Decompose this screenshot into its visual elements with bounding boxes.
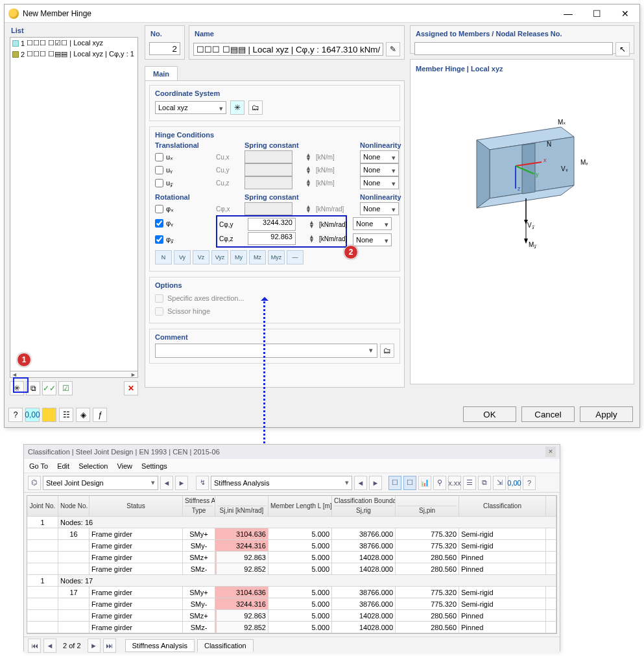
phix-nonlin-select[interactable]: None [360, 202, 399, 215]
checklist-button[interactable]: ☑ [58, 381, 73, 395]
table-group-row[interactable]: 1 Nodes: 17 [27, 575, 556, 587]
tree-button[interactable]: ☷ [59, 408, 73, 422]
no-box: No. [145, 25, 185, 60]
menu-settings[interactable]: Settings [141, 462, 167, 470]
toggle-b-button[interactable]: ☐ [403, 476, 416, 490]
tool-units-button[interactable]: 0,00 [508, 476, 521, 490]
menu-goto[interactable]: Go To [29, 462, 48, 470]
list-item[interactable]: 1 ☐☐☐ ☐☑☐ | Local xyz [10, 38, 137, 49]
uy-nonlin-select[interactable]: None [360, 163, 399, 176]
uz-nonlin-select[interactable]: None [360, 176, 399, 189]
tool-export-button[interactable]: ⇲ [493, 476, 506, 490]
menu-selection[interactable]: Selection [78, 462, 108, 470]
close-button[interactable]: ✕ [611, 5, 639, 22]
table-row[interactable]: 16 Frame girder SMy+ 3104.636 5.000 3876… [27, 528, 556, 540]
cancel-button[interactable]: Cancel [521, 406, 575, 422]
results-close-button[interactable]: × [545, 447, 556, 457]
preset-vy-button[interactable]: Vy [174, 250, 191, 264]
preset-mz-button[interactable]: Mz [249, 250, 266, 264]
preset-vz-button[interactable]: Vz [193, 250, 209, 264]
color-button[interactable] [42, 408, 56, 422]
coord-library-button[interactable]: 🗂 [248, 100, 263, 115]
preset-clear-button[interactable]: — [287, 250, 304, 264]
tool-chart-button[interactable]: 📊 [418, 476, 431, 490]
edit-name-button[interactable]: ✎ [386, 42, 400, 56]
phiz-check[interactable]: φ𝓏 [155, 235, 213, 244]
analysis-select[interactable]: Stiffness Analysis [211, 476, 352, 490]
units-button[interactable]: 0,00 [25, 408, 40, 422]
help-button[interactable]: ? [8, 408, 23, 422]
opt-scissor-check[interactable]: Scissor hinge [155, 305, 394, 318]
svg-text:z: z [518, 185, 521, 192]
beam-diagram: x y z Mₓ Mᵧ M𝓏 V𝓏 Vᵧ N [451, 101, 593, 250]
design-select[interactable]: Steel Joint Design [43, 476, 158, 490]
table-header: Joint No. Node No. Status Stiffness Anal… [27, 496, 556, 517]
tab-main[interactable]: Main [145, 66, 178, 80]
nav-prev-analysis[interactable]: ◄ [354, 476, 367, 490]
script-button[interactable]: ƒ [93, 408, 107, 422]
uy-check[interactable]: uᵧ [155, 166, 213, 174]
menu-edit[interactable]: Edit [57, 462, 69, 470]
check-button[interactable]: ✓✓ [42, 381, 56, 395]
name-field[interactable] [193, 43, 383, 56]
nav-prev-design[interactable]: ◄ [160, 476, 173, 490]
ux-nonlin-select[interactable]: None [360, 150, 399, 163]
maximize-button[interactable]: ☐ [582, 5, 611, 22]
hinge-list[interactable]: 1 ☐☐☐ ☐☑☐ | Local xyz 2 ☐☐☐ ☐▤▤ | Local … [10, 37, 138, 371]
opt-axes-check[interactable]: Specific axes direction... [155, 292, 394, 305]
comment-library-button[interactable]: 🗂 [380, 344, 394, 358]
table-row[interactable]: Frame girder SMy- 3244.316 5.000 38766.0… [27, 598, 556, 610]
menu-view[interactable]: View [117, 462, 132, 470]
preset-my-button[interactable]: My [230, 250, 247, 264]
list-scrollbar[interactable]: ◄► [10, 371, 138, 378]
new-item-button[interactable]: ✳ [10, 381, 24, 395]
results-table[interactable]: Joint No. Node No. Status Stiffness Anal… [27, 495, 557, 634]
no-field[interactable] [149, 42, 180, 55]
phiy-value[interactable]: 3244.320 [248, 218, 296, 231]
table-group-row[interactable]: 1 Nodes: 16 [27, 517, 556, 528]
tool-help-button[interactable]: ? [523, 476, 536, 490]
tool-copy-button[interactable]: ⧉ [478, 476, 491, 490]
copy-item-button[interactable]: ⧉ [26, 381, 40, 395]
ux-check[interactable]: uₓ [155, 153, 213, 161]
nav-next-analysis[interactable]: ► [369, 476, 382, 490]
table-row[interactable]: 17 Frame girder SMy+ 3104.636 5.000 3876… [27, 587, 556, 598]
tab-stiffness-analysis[interactable]: Stiffness Analysis [125, 639, 195, 652]
table-row[interactable]: Frame girder SMz- 92.852 5.000 14028.000… [27, 563, 556, 575]
tool-formula-button[interactable]: x.xx [448, 476, 461, 490]
table-row[interactable]: Frame girder SMz+ 92.863 5.000 14028.000… [27, 552, 556, 563]
tool-note-button[interactable]: ☰ [463, 476, 476, 490]
table-row[interactable]: Frame girder SMy- 3244.316 5.000 38766.0… [27, 540, 556, 552]
phiz-value[interactable]: 92.863 [248, 232, 296, 245]
phix-check[interactable]: φₓ [155, 205, 213, 213]
toggle-a-button[interactable]: ☐ [388, 476, 401, 490]
preset-myz-button[interactable]: Myz [268, 250, 285, 264]
preset-n-button[interactable]: N [155, 250, 172, 264]
list-item[interactable]: 2 ☐☐☐ ☐▤▤ | Local xyz | Cφ,y : 1 [10, 49, 137, 60]
tool-filter-button[interactable]: ⚲ [433, 476, 446, 490]
uz-check[interactable]: u𝓏 [155, 179, 213, 187]
nav-prev-button[interactable]: ◄ [43, 638, 56, 653]
render-button[interactable]: ◈ [76, 408, 90, 422]
ok-button[interactable]: OK [463, 406, 516, 422]
pick-member-button[interactable]: ↖ [615, 42, 630, 56]
phiy-check[interactable]: φᵧ [155, 219, 213, 228]
phiz-nonlin-select[interactable]: None [353, 233, 392, 246]
preset-vyvz-button[interactable]: Vyz [211, 250, 228, 264]
nav-next-design[interactable]: ► [175, 476, 188, 490]
apply-button[interactable]: Apply [580, 406, 633, 422]
nav-last-button[interactable]: ⏭ [103, 638, 116, 653]
tab-classification[interactable]: Classification [197, 639, 254, 652]
delete-item-button[interactable]: ✕ [124, 381, 138, 395]
assigned-field[interactable] [414, 42, 613, 55]
minimize-button[interactable]: — [554, 5, 582, 22]
coord-system-select[interactable]: Local xyz [155, 101, 226, 114]
comment-field[interactable] [155, 344, 377, 358]
phiy-nonlin-select[interactable]: None [353, 217, 392, 230]
table-row[interactable]: Frame girder SMz- 92.852 5.000 14028.000… [27, 622, 556, 633]
coord-system-title: Coordinate System [155, 89, 394, 97]
table-row[interactable]: Frame girder SMz+ 92.863 5.000 14028.000… [27, 610, 556, 622]
coord-new-button[interactable]: ✳ [230, 100, 244, 115]
nav-first-button[interactable]: ⏮ [28, 638, 41, 653]
nav-next-button[interactable]: ► [88, 638, 101, 653]
